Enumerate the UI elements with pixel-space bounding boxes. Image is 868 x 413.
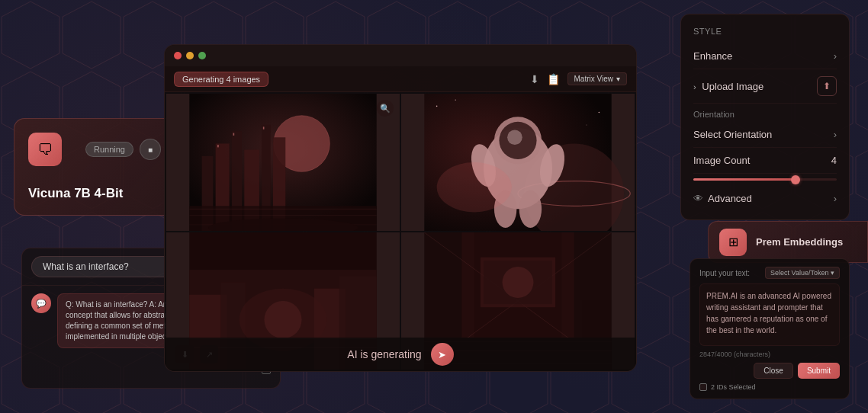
upload-icon-button[interactable]: ⬆ [817,76,837,96]
svg-point-19 [455,100,456,101]
select-orientation-row[interactable]: Select Orientation › [693,122,837,148]
chat-bot-avatar: 💬 [31,293,51,313]
svg-point-20 [599,112,600,114]
close-button[interactable]: Close [754,363,793,379]
text-counter: 2847/4000 (characters) [699,351,840,358]
chevron-down-icon: ▾ [616,75,620,83]
toolbar-icons: ⬇ 📋 Matrix View ▾ [530,72,628,85]
download-icon[interactable]: ⬇ [530,73,539,85]
view-mode-button[interactable]: Matrix View ▾ [567,72,628,85]
text-content-area[interactable]: PREM.AI is an advanced AI powered writin… [699,283,840,346]
generate-button[interactable]: Generating 4 images [174,72,268,87]
text-panel: Input your text: Select Value/Token ▾ PR… [690,258,850,399]
submit-button[interactable]: Submit [798,363,840,379]
maximize-dot[interactable] [198,52,206,59]
ai-send-button[interactable]: ➤ [431,343,454,366]
orientation-section-label: Orientation [693,110,837,119]
close-dot[interactable] [174,52,182,59]
svg-point-21 [587,124,587,125]
eye-icon: 👁 [693,193,703,204]
prem-embeddings-card[interactable]: ⊞ Prem Embeddings [708,221,868,263]
advanced-row[interactable]: 👁 Advanced › [693,185,837,207]
images-grid: 🔍 [165,92,636,371]
running-badge: Running [85,142,133,157]
copy-icon[interactable]: 📋 [547,73,560,85]
orientation-chevron-icon: › [834,129,837,140]
style-section-label: Style [693,27,837,36]
prem-label: Prem Embeddings [756,236,843,248]
svg-rect-14 [233,133,235,136]
text-panel-header: Input your text: Select Value/Token ▾ [699,267,840,279]
settings-panel: Style Enhance › › Upload Image ⬆ Orienta… [680,14,850,220]
slider-thumb[interactable] [791,175,800,184]
advanced-label: Advanced [708,193,752,204]
svg-point-32 [437,162,512,212]
image-count-row[interactable]: Image Count 4 [693,148,837,174]
image-cell-1[interactable]: 🔍 [166,94,400,231]
minimize-dot[interactable] [186,52,194,59]
svg-point-42 [264,301,301,338]
enhance-row[interactable]: Enhance › [693,43,837,69]
text-panel-title: Input your text: [699,269,750,277]
enhance-label: Enhance [693,50,732,62]
text-panel-buttons: Close Submit [699,363,840,379]
ai-generating-text: AI is generating [347,348,421,360]
svg-rect-13 [217,145,219,147]
ids-checkbox[interactable] [699,383,707,391]
view-label: Matrix View [574,75,614,83]
main-image-panel: Generating 4 images ⬇ 📋 Matrix View ▾ [164,44,637,372]
advanced-chevron-icon: › [834,193,837,204]
image-count-value: 4 [831,155,837,166]
upload-image-label: › Upload Image [693,81,764,92]
svg-point-18 [436,106,438,107]
ai-generating-bar: AI is generating ➤ [165,338,636,371]
select-orientation-label: Select Orientation [693,129,772,140]
slider-fill [693,178,794,181]
model-select[interactable]: Select Value/Token ▾ [765,267,840,279]
upload-chevron-icon: › [693,82,696,91]
prem-icon: ⊞ [719,229,747,256]
svg-rect-15 [263,126,265,129]
advanced-left: 👁 Advanced [693,193,752,204]
checkbox-row: 2 IDs Selected [699,383,840,391]
zoom-icon-1[interactable]: 🔍 [377,100,394,117]
vicuna-icon: 🗨 [28,133,62,166]
stop-button[interactable]: ■ [140,139,161,160]
svg-point-27 [507,130,522,145]
image-count-slider[interactable] [693,174,837,185]
image-count-label: Image Count [693,155,750,166]
upload-image-row[interactable]: › Upload Image ⬆ [693,69,837,104]
slider-track [693,178,837,181]
enhance-chevron-icon: › [834,50,837,62]
ids-label: 2 IDs Selected [711,383,756,391]
panel-toolbar: Generating 4 images ⬇ 📋 Matrix View ▾ [165,66,636,92]
svg-point-52 [503,267,534,298]
svg-point-31 [519,190,542,228]
image-cell-2[interactable] [401,94,635,231]
titlebar [165,45,636,66]
